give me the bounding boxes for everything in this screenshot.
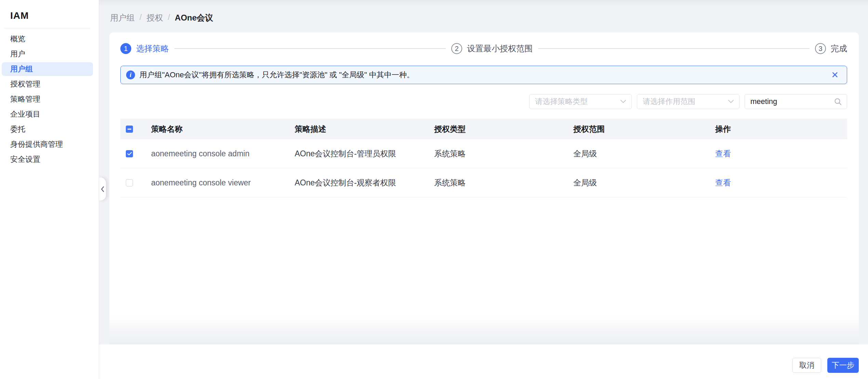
authorization-scope: 全局级 <box>573 148 715 159</box>
step-2-set-scope: 2 设置最小授权范围 <box>451 43 533 54</box>
step-3-number: 3 <box>815 43 826 54</box>
sidebar-collapse-button[interactable] <box>99 178 106 200</box>
policy-table: 策略名称 策略描述 授权类型 授权范围 操作 aonemeeting conso… <box>120 119 847 197</box>
search-value: meeting <box>750 97 777 106</box>
sidebar-item-overview[interactable]: 概览 <box>2 32 93 46</box>
step-3-label: 完成 <box>831 43 847 54</box>
scope-select[interactable]: 请选择作用范围 <box>637 94 739 109</box>
header-checkbox-cell <box>120 126 151 133</box>
info-banner-text: 用户组"AOne会议"将拥有所选策略，只允许选择"资源池" 或 "全局级" 中其… <box>139 70 414 80</box>
sidebar-item-authorization[interactable]: 授权管理 <box>2 77 93 91</box>
sidebar-item-agencies[interactable]: 委托 <box>2 122 93 136</box>
table-row[interactable]: aonemeeting console admin AOne会议控制台-管理员权… <box>120 139 847 168</box>
breadcrumb-authorize[interactable]: 授权 <box>147 12 163 23</box>
view-link[interactable]: 查看 <box>715 149 731 158</box>
step-3-finish: 3 完成 <box>815 43 847 54</box>
footer-action-bar: 取消 下一步 <box>99 344 868 379</box>
search-icon[interactable] <box>834 97 842 106</box>
bottom-fade <box>109 315 859 344</box>
breadcrumb-current: AOne会议 <box>175 12 213 23</box>
authorization-scope: 全局级 <box>573 178 715 188</box>
row-checkbox-unchecked[interactable] <box>126 179 133 186</box>
close-icon[interactable]: ✕ <box>831 70 839 79</box>
sidebar-item-policies[interactable]: 策略管理 <box>2 92 93 106</box>
step-1-label: 选择策略 <box>136 43 169 54</box>
filter-bar: 请选择策略类型 请选择作用范围 meeting <box>120 94 847 109</box>
policy-description: AOne会议控制台-观察者权限 <box>295 178 434 188</box>
step-connector <box>174 48 446 49</box>
sidebar-menu: 概览 用户 用户组 授权管理 策略管理 企业项目 委托 身份提供商管理 安全设置 <box>0 31 99 168</box>
chevron-down-icon <box>727 100 734 104</box>
sidebar-item-enterprise-projects[interactable]: 企业项目 <box>2 107 93 121</box>
step-2-label: 设置最小授权范围 <box>467 43 533 54</box>
content-card: 1 选择策略 2 设置最小授权范围 3 完成 i 用户组"AOne会议"将拥有所… <box>109 32 859 344</box>
breadcrumb-separator: / <box>139 12 142 22</box>
step-connector <box>538 48 810 49</box>
authorization-type: 系统策略 <box>434 148 573 159</box>
step-1-select-policy: 1 选择策略 <box>120 43 169 54</box>
chevron-down-icon <box>620 100 627 104</box>
policy-type-select[interactable]: 请选择策略类型 <box>529 94 632 109</box>
select-all-checkbox[interactable] <box>126 126 133 133</box>
header-policy-description: 策略描述 <box>295 124 434 134</box>
header-actions: 操作 <box>715 124 847 134</box>
iam-console: IAM 概览 用户 用户组 授权管理 策略管理 企业项目 委托 身份提供商管理 … <box>0 0 868 379</box>
cancel-button[interactable]: 取消 <box>792 358 821 373</box>
step-1-number: 1 <box>120 43 131 54</box>
main-area: 用户组 / 授权 / AOne会议 1 选择策略 2 设置最小授权范围 3 <box>99 0 868 379</box>
view-link[interactable]: 查看 <box>715 178 731 187</box>
sidebar-divider <box>4 28 90 28</box>
scope-placeholder: 请选择作用范围 <box>643 96 695 107</box>
step-wizard: 1 选择策略 2 设置最小授权范围 3 完成 <box>120 43 847 54</box>
info-banner: i 用户组"AOne会议"将拥有所选策略，只允许选择"资源池" 或 "全局级" … <box>120 66 847 84</box>
sidebar-item-users[interactable]: 用户 <box>2 47 93 61</box>
step-2-number: 2 <box>451 43 462 54</box>
row-checkbox-checked[interactable] <box>126 150 133 157</box>
sidebar-item-security-settings[interactable]: 安全设置 <box>2 153 93 166</box>
breadcrumb-separator: / <box>168 12 170 22</box>
authorization-type: 系统策略 <box>434 178 573 188</box>
policy-type-placeholder: 请选择策略类型 <box>535 96 588 107</box>
policy-description: AOne会议控制台-管理员权限 <box>295 148 434 159</box>
row-checkbox-cell <box>120 150 151 157</box>
info-icon: i <box>126 70 135 79</box>
header-authorization-type: 授权类型 <box>434 124 573 134</box>
breadcrumb-user-groups[interactable]: 用户组 <box>110 12 135 23</box>
policy-name: aonemeeting console viewer <box>151 178 295 187</box>
header-authorization-scope: 授权范围 <box>573 124 715 134</box>
row-checkbox-cell <box>120 179 151 186</box>
indeterminate-mark <box>128 129 131 130</box>
next-step-button[interactable]: 下一步 <box>827 358 859 373</box>
table-row[interactable]: aonemeeting console viewer AOne会议控制台-观察者… <box>120 168 847 197</box>
sidebar: IAM 概览 用户 用户组 授权管理 策略管理 企业项目 委托 身份提供商管理 … <box>0 0 99 379</box>
search-input[interactable]: meeting <box>745 94 847 109</box>
sidebar-item-identity-providers[interactable]: 身份提供商管理 <box>2 138 93 151</box>
chevron-left-icon <box>101 186 105 193</box>
sidebar-item-user-groups[interactable]: 用户组 <box>2 62 93 76</box>
breadcrumb: 用户组 / 授权 / AOne会议 <box>99 0 868 32</box>
table-header-row: 策略名称 策略描述 授权类型 授权范围 操作 <box>120 119 847 139</box>
policy-name: aonemeeting console admin <box>151 149 295 158</box>
sidebar-title: IAM <box>0 0 99 21</box>
header-policy-name: 策略名称 <box>151 124 295 134</box>
